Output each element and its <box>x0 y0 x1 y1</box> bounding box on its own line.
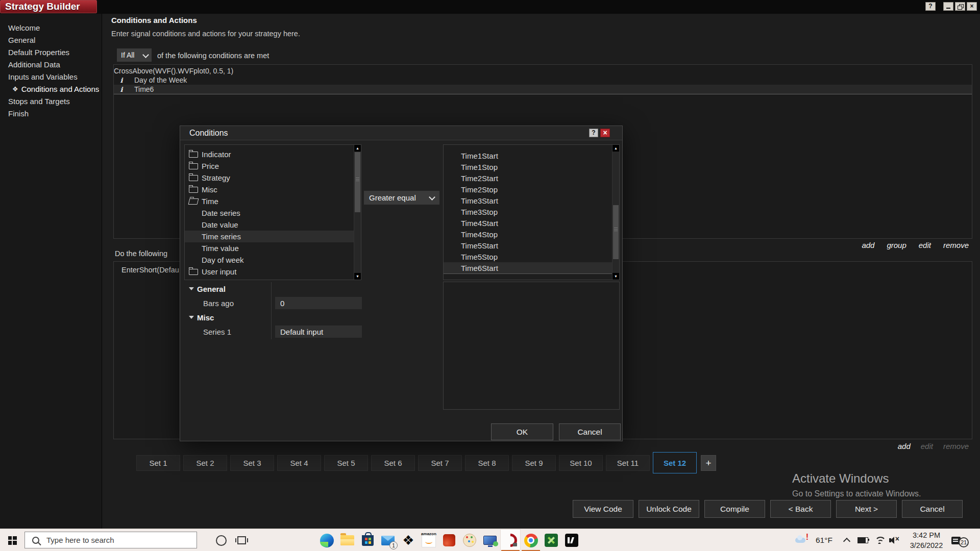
wifi-icon[interactable] <box>874 529 885 551</box>
condition-type-tree[interactable]: Indicator Price Strategy Misc Time <box>184 144 361 280</box>
value-item[interactable]: Time3Stop <box>444 206 619 217</box>
taskbar-app-icon[interactable]: amazon <box>419 529 439 551</box>
taskbar-system-icon[interactable] <box>231 529 252 551</box>
tab-set[interactable]: Set 7 <box>418 455 462 471</box>
tree-item[interactable]: Date value <box>185 219 361 231</box>
tab-set[interactable]: Set 2 <box>183 455 227 471</box>
property-row[interactable]: Misc <box>184 311 362 324</box>
collapse-triangle-icon[interactable] <box>189 287 194 290</box>
tree-item[interactable]: Time value <box>185 242 361 254</box>
taskbar-search[interactable] <box>24 532 197 548</box>
sidebar-item[interactable]: ❖ Conditions and Actions <box>0 83 102 95</box>
weather-icon[interactable] <box>795 529 805 551</box>
taskbar-app-icon[interactable] <box>337 529 357 551</box>
footer-button[interactable]: Unlock Code <box>639 500 699 518</box>
tab-set[interactable]: Set 4 <box>277 455 321 471</box>
value-item[interactable]: Time5Start <box>444 240 619 251</box>
temperature-label[interactable]: 61°F <box>816 529 832 551</box>
match-type-dropdown[interactable]: If All <box>117 48 152 62</box>
value-item[interactable]: Time2Start <box>444 172 619 184</box>
tab-set[interactable]: Set 6 <box>371 455 415 471</box>
property-value-input[interactable]: Default input <box>275 325 362 338</box>
taskbar-app-icon[interactable] <box>439 529 459 551</box>
help-button[interactable]: ? <box>925 2 936 11</box>
footer-button[interactable]: < Back <box>770 500 831 518</box>
property-row[interactable]: Bars ago 0 <box>184 295 362 311</box>
taskbar-app-icon[interactable] <box>398 529 419 551</box>
value-list[interactable]: Time1Start Time1Stop Time2Start Time2Sto… <box>443 144 620 280</box>
footer-button[interactable]: Next > <box>836 500 897 518</box>
notifications-icon[interactable]: 21 <box>951 529 961 551</box>
tree-item[interactable]: Indicator <box>185 148 361 160</box>
sidebar-item[interactable]: Stops and Targets <box>0 95 102 108</box>
sidebar-item[interactable]: Inputs and Variables <box>0 71 102 83</box>
condition-row[interactable]: CrossAbove(WVF().WVFplot0, 0.5, 1) <box>114 66 972 76</box>
add-set-button[interactable]: + <box>701 455 716 471</box>
tree-item[interactable]: Misc <box>185 184 361 195</box>
actions-action-link[interactable]: add <box>898 442 911 450</box>
taskbar-app-icon[interactable] <box>459 529 480 551</box>
value-item[interactable]: Time3Start <box>444 195 619 206</box>
tree-item[interactable]: Strategy <box>185 172 361 184</box>
value-item[interactable]: Time4Start <box>444 217 619 229</box>
actions-action-link[interactable]: remove <box>943 442 969 450</box>
chevron-up-icon[interactable] <box>844 529 849 551</box>
value-item[interactable]: Time1Stop <box>444 161 619 172</box>
property-row[interactable]: Series 1 Default input <box>184 324 362 339</box>
tree-item[interactable]: User input <box>185 266 361 278</box>
scrollbar-thumb[interactable] <box>355 152 360 212</box>
taskbar-clock[interactable]: 3:42 PM 3/26/2022 <box>904 529 948 551</box>
tree-item[interactable]: Time series <box>185 231 361 242</box>
sidebar-item[interactable]: Finish <box>0 108 102 120</box>
ok-button[interactable]: OK <box>491 423 553 440</box>
tree-item[interactable]: Time <box>185 195 361 207</box>
footer-button[interactable]: Cancel <box>902 500 963 518</box>
value-scrollbar[interactable]: ▲ ▼ <box>612 145 619 280</box>
value-item[interactable]: Time5Stop <box>444 251 619 262</box>
conditions-action-link[interactable]: add <box>862 241 874 249</box>
taskbar-app-icon[interactable] <box>357 529 378 551</box>
dialog-close-button[interactable]: × <box>600 129 610 137</box>
footer-button[interactable]: Compile <box>704 500 765 518</box>
condition-row[interactable]: i Time6 <box>114 85 972 94</box>
property-value-input[interactable]: 0 <box>275 297 362 309</box>
restore-button[interactable] <box>955 2 965 11</box>
tab-set[interactable]: Set 5 <box>324 455 368 471</box>
property-row[interactable]: General <box>184 282 362 295</box>
tree-item[interactable]: Day of week <box>185 254 361 266</box>
volume-muted-icon[interactable] <box>889 529 899 551</box>
sidebar-item[interactable]: Default Properties <box>0 46 102 59</box>
start-button[interactable] <box>0 529 24 551</box>
actions-action-link[interactable]: edit <box>921 442 933 450</box>
scroll-up-button[interactable]: ▲ <box>354 145 361 152</box>
taskbar-system-icon[interactable] <box>211 529 231 551</box>
conditions-action-link[interactable]: edit <box>919 241 931 249</box>
tree-item[interactable]: Price <box>185 160 361 172</box>
value-item[interactable]: Time2Stop <box>444 184 619 195</box>
taskbar-app-icon[interactable] <box>500 529 521 551</box>
taskbar-app-icon[interactable]: 1 <box>378 529 398 551</box>
dialog-cancel-button[interactable]: Cancel <box>559 423 621 440</box>
sidebar-item[interactable]: Additional Data <box>0 59 102 71</box>
taskbar-app-icon[interactable] <box>561 529 582 551</box>
tab-set[interactable]: Set 9 <box>512 455 556 471</box>
taskbar-app-icon[interactable] <box>480 529 500 551</box>
conditions-action-link[interactable]: group <box>887 241 906 249</box>
taskbar-app-icon[interactable] <box>316 529 337 551</box>
close-button[interactable]: × <box>967 2 977 11</box>
tab-set[interactable]: Set 11 <box>606 455 650 471</box>
collapse-triangle-icon[interactable] <box>189 316 194 319</box>
conditions-action-link[interactable]: remove <box>943 241 969 249</box>
scroll-down-button[interactable]: ▼ <box>354 273 361 280</box>
value-item[interactable]: Time6Start <box>444 262 619 274</box>
scrollbar-thumb[interactable] <box>613 205 619 259</box>
tree-item[interactable]: Date series <box>185 207 361 219</box>
value-item[interactable]: Time4Stop <box>444 229 619 240</box>
footer-button[interactable]: View Code <box>573 500 633 518</box>
tab-set[interactable]: Set 8 <box>465 455 509 471</box>
tab-set[interactable]: Set 3 <box>230 455 274 471</box>
sidebar-item[interactable]: Welcome <box>0 22 102 34</box>
battery-icon[interactable] <box>857 529 868 551</box>
dialog-help-button[interactable]: ? <box>589 129 598 137</box>
taskbar-app-icon[interactable] <box>541 529 561 551</box>
